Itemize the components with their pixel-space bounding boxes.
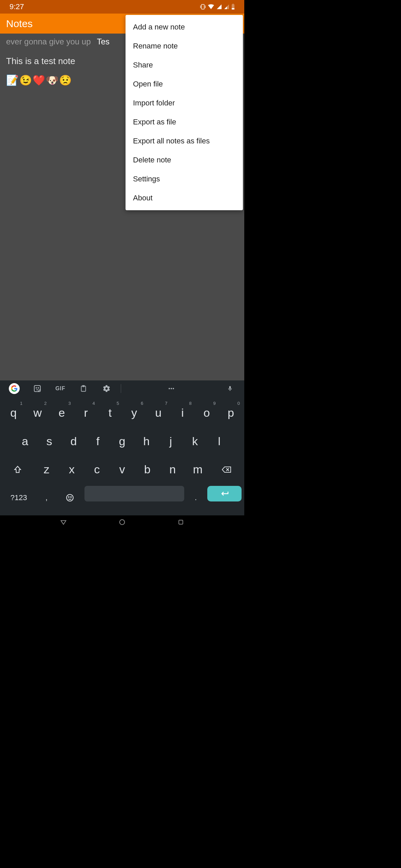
key-d[interactable]: d <box>62 428 85 455</box>
svg-rect-6 <box>34 386 40 392</box>
svg-rect-4 <box>232 8 234 9</box>
key-e[interactable]: 3e <box>50 400 73 426</box>
soft-keyboard: GIF 1q 2w 3e 4r 5t 6y <box>0 380 244 515</box>
svg-point-19 <box>120 520 125 525</box>
key-f[interactable]: f <box>86 428 110 455</box>
key-enter[interactable] <box>207 486 242 501</box>
sticker-icon[interactable] <box>26 382 48 395</box>
menu-add-new-note[interactable]: Add a new note <box>126 18 243 37</box>
svg-rect-5 <box>232 4 234 4</box>
svg-rect-20 <box>179 520 183 524</box>
google-icon[interactable] <box>3 382 25 395</box>
tab-active[interactable]: Tes <box>97 37 110 46</box>
app-title: Notes <box>6 18 33 29</box>
tab-inactive[interactable]: ever gonna give you up <box>6 37 91 46</box>
signal-full-icon <box>216 4 222 9</box>
key-symbols[interactable]: ?123 <box>2 485 36 511</box>
key-x[interactable]: x <box>59 456 84 483</box>
svg-point-17 <box>69 497 69 497</box>
menu-share[interactable]: Share <box>126 56 243 75</box>
menu-open-file[interactable]: Open file <box>126 75 243 94</box>
key-k[interactable]: k <box>183 428 207 455</box>
key-backspace[interactable] <box>211 456 243 483</box>
svg-point-18 <box>71 497 71 497</box>
nav-back[interactable] <box>57 515 70 529</box>
key-y[interactable]: 6y <box>122 400 146 426</box>
key-n[interactable]: n <box>160 456 185 483</box>
key-comma[interactable]: , <box>37 485 57 511</box>
gif-button[interactable]: GIF <box>50 382 71 395</box>
keyboard-row-4: ?123 , . <box>1 484 243 512</box>
key-j[interactable]: j <box>159 428 183 455</box>
svg-point-11 <box>169 388 170 389</box>
key-u[interactable]: 7u <box>147 400 170 426</box>
system-nav-bar <box>0 515 244 529</box>
clipboard-icon[interactable] <box>73 382 94 395</box>
key-a[interactable]: a <box>13 428 37 455</box>
svg-point-12 <box>171 388 172 389</box>
key-c[interactable]: c <box>85 456 109 483</box>
mic-icon[interactable] <box>219 382 241 395</box>
battery-icon <box>231 4 235 10</box>
key-m[interactable]: m <box>186 456 210 483</box>
status-icons <box>200 4 235 10</box>
key-l[interactable]: l <box>208 428 231 455</box>
key-r[interactable]: 4r <box>74 400 98 426</box>
vibrate-icon <box>200 4 206 10</box>
key-z[interactable]: z <box>34 456 59 483</box>
signal-partial-icon <box>224 4 229 9</box>
menu-import-folder[interactable]: Import folder <box>126 94 243 113</box>
key-h[interactable]: h <box>135 428 158 455</box>
key-o[interactable]: 9o <box>195 400 218 426</box>
gear-icon[interactable] <box>96 382 117 395</box>
key-emoji[interactable] <box>57 485 83 511</box>
wifi-icon <box>208 4 214 9</box>
svg-point-7 <box>36 388 37 388</box>
status-bar: 9:27 <box>0 0 244 14</box>
svg-point-8 <box>38 388 39 388</box>
key-space[interactable] <box>84 486 184 501</box>
nav-recent[interactable] <box>174 515 188 529</box>
menu-delete-note[interactable]: Delete note <box>126 151 243 170</box>
menu-about[interactable]: About <box>126 189 243 208</box>
nav-home[interactable] <box>115 515 129 529</box>
key-b[interactable]: b <box>135 456 159 483</box>
keyboard-toolbar: GIF <box>0 380 244 397</box>
key-period[interactable]: . <box>186 485 206 511</box>
key-t[interactable]: 5t <box>98 400 122 426</box>
keyboard-row-3: z x c v b n m <box>1 455 243 484</box>
keyboard-row-2: a s d f g h j k l <box>1 427 243 456</box>
overflow-menu: Add a new note Rename note Share Open fi… <box>126 15 243 210</box>
svg-point-16 <box>66 495 73 501</box>
menu-settings[interactable]: Settings <box>126 170 243 189</box>
menu-export-as-file[interactable]: Export as file <box>126 113 243 132</box>
key-p[interactable]: 0p <box>219 400 243 426</box>
menu-rename-note[interactable]: Rename note <box>126 37 243 56</box>
svg-point-13 <box>173 388 174 389</box>
more-icon[interactable] <box>125 382 218 395</box>
key-g[interactable]: g <box>110 428 134 455</box>
svg-rect-0 <box>202 4 204 9</box>
clock-text: 9:27 <box>9 2 24 11</box>
key-i[interactable]: 8i <box>171 400 194 426</box>
menu-export-all-notes[interactable]: Export all notes as files <box>126 132 243 151</box>
key-shift[interactable] <box>2 456 34 483</box>
key-s[interactable]: s <box>38 428 61 455</box>
key-q[interactable]: 1q <box>2 400 25 426</box>
key-w[interactable]: 2w <box>26 400 49 426</box>
keyboard-row-1: 1q 2w 3e 4r 5t 6y 7u 8i 9o 0p <box>1 399 243 427</box>
key-v[interactable]: v <box>110 456 134 483</box>
toolbar-divider <box>121 384 121 393</box>
